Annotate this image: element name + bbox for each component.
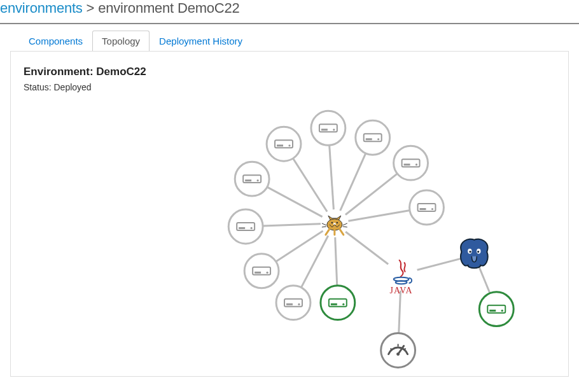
tab-bar: Components Topology Deployment History — [0, 31, 579, 51]
tab-deployment-history[interactable]: Deployment History — [150, 31, 252, 52]
topology-canvas[interactable]: JAVA — [11, 52, 568, 376]
vm-node[interactable] — [356, 120, 390, 155]
vm-node[interactable] — [228, 209, 263, 244]
svg-point-4 — [267, 127, 301, 161]
svg-point-23 — [469, 251, 471, 253]
gauge-node[interactable] — [381, 333, 415, 368]
svg-point-6 — [356, 120, 390, 155]
vm-node[interactable] — [235, 162, 269, 196]
vm-node[interactable] — [311, 111, 345, 145]
tab-components[interactable]: Components — [19, 31, 92, 52]
svg-point-17 — [337, 222, 338, 224]
svg-point-7 — [394, 146, 428, 180]
svg-point-8 — [410, 190, 444, 225]
svg-point-16 — [331, 222, 333, 224]
postgres-node[interactable] — [461, 239, 487, 269]
java-node[interactable]: JAVA — [385, 258, 418, 295]
svg-point-24 — [477, 251, 479, 253]
vm-node[interactable] — [410, 190, 444, 225]
svg-point-27 — [396, 353, 400, 356]
vm-node[interactable] — [394, 146, 428, 180]
vm-node-green[interactable] — [479, 292, 513, 326]
vm-node-green[interactable] — [321, 286, 355, 320]
svg-point-13 — [479, 292, 513, 326]
svg-point-5 — [311, 111, 345, 145]
svg-point-3 — [235, 162, 269, 196]
topology-panel: Environment: DemoC22 Status: Deployed — [10, 51, 569, 377]
svg-point-10 — [244, 254, 279, 288]
tab-topology[interactable]: Topology — [92, 31, 150, 52]
svg-point-11 — [276, 286, 310, 320]
breadcrumb-root-link[interactable]: environments — [0, 0, 83, 16]
java-label: JAVA — [390, 286, 413, 295]
svg-point-9 — [228, 209, 263, 244]
tomcat-node[interactable] — [321, 209, 349, 237]
divider — [0, 23, 579, 24]
vm-node[interactable] — [244, 254, 279, 288]
breadcrumb-leaf: environment DemoC22 — [98, 0, 239, 16]
breadcrumb: environments > environment DemoC22 — [0, 0, 579, 20]
vm-node[interactable] — [276, 286, 310, 320]
breadcrumb-sep: > — [87, 0, 95, 16]
svg-point-12 — [321, 286, 355, 320]
vm-node[interactable] — [267, 127, 301, 161]
svg-point-25 — [381, 333, 415, 368]
postgres-icon — [461, 239, 487, 269]
